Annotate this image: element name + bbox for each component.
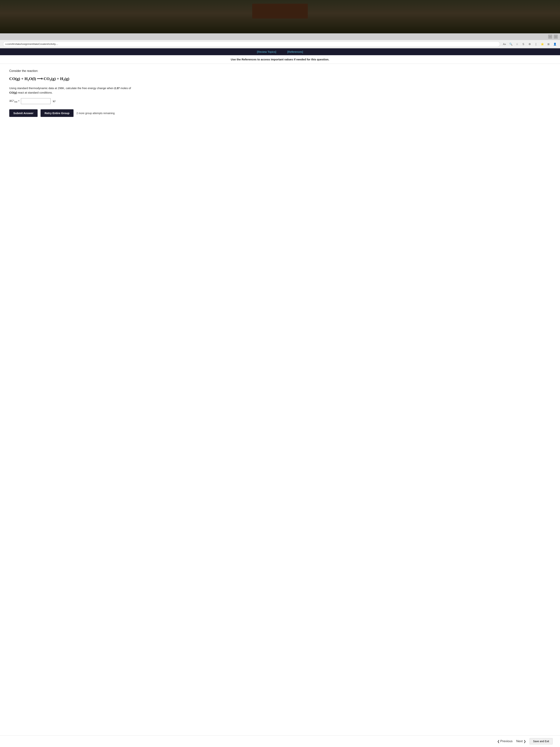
- consider-text: Consider the reaction:: [9, 69, 157, 73]
- content-area: [Review Topics] [References] Use the Ref…: [0, 48, 560, 747]
- references-notice: Use the References to access important v…: [0, 55, 560, 64]
- delta-g-row: ΔG°rxn = kJ: [9, 98, 157, 104]
- co-formula: CO(g): [9, 91, 17, 94]
- attempts-remaining-text: 2 more group attempts remaining: [77, 112, 115, 115]
- references-link[interactable]: [References]: [287, 50, 303, 53]
- tab-icon[interactable]: ⊞: [546, 42, 551, 46]
- buttons-row: Submit Answer Retry Entire Group 2 more …: [9, 109, 157, 117]
- retry-entire-group-button[interactable]: Retry Entire Group: [41, 109, 74, 117]
- settings-icon[interactable]: ⚙: [527, 42, 532, 46]
- browser-toolbar-icons: Aa 🔍 ☆ S ⚙ | ⭐ ⊞ 👤: [502, 42, 557, 46]
- maximize-button[interactable]: □: [554, 35, 558, 39]
- search-icon[interactable]: 🔍: [508, 42, 513, 46]
- moles-value: 2.37: [114, 86, 119, 90]
- browser-addressbar: v.com/ilrn/takeAssignment/takeCovalentAc…: [0, 40, 560, 48]
- browser-chrome: — □ v.com/ilrn/takeAssignment/takeCovale…: [0, 33, 560, 48]
- top-background: [0, 0, 560, 33]
- save-and-exit-button[interactable]: Save and Exit: [530, 738, 553, 744]
- minimize-button[interactable]: —: [548, 35, 552, 39]
- description-text: Using standard thermodynamic data at 298…: [9, 86, 157, 95]
- previous-chevron-icon: ❮: [497, 740, 500, 743]
- reaction-equation: CO(g) + H2O(l) ⟶ CO2(g) + H2(g): [9, 76, 157, 82]
- next-label: Next: [516, 740, 523, 743]
- delta-g-unit: kJ: [53, 100, 55, 103]
- divider-icon: |: [534, 42, 538, 46]
- delta-g-label: ΔG°rxn =: [9, 99, 20, 103]
- top-toolbar: [Review Topics] [References]: [0, 48, 560, 55]
- profile-icon[interactable]: 👤: [553, 42, 557, 46]
- question-body: Consider the reaction: CO(g) + H2O(l) ⟶ …: [0, 64, 167, 123]
- previous-button[interactable]: ❮ Previous: [497, 740, 513, 743]
- next-button[interactable]: Next ❯: [516, 740, 526, 743]
- font-size-icon[interactable]: Aa: [502, 42, 507, 46]
- address-bar[interactable]: v.com/ilrn/takeAssignment/takeCovalentAc…: [3, 41, 500, 47]
- star-icon[interactable]: ⭐: [540, 42, 544, 46]
- bottom-navigation: ❮ Previous Next ❯ Save and Exit: [0, 735, 560, 747]
- review-topics-link[interactable]: [Review Topics]: [257, 50, 276, 53]
- previous-label: Previous: [500, 740, 513, 743]
- submit-answer-button[interactable]: Submit Answer: [9, 109, 37, 117]
- delta-g-input[interactable]: [21, 98, 51, 104]
- favorites-icon[interactable]: ☆: [515, 42, 519, 46]
- next-chevron-icon: ❯: [524, 740, 526, 743]
- s-icon[interactable]: S: [521, 42, 526, 46]
- browser-titlebar: — □: [0, 33, 560, 40]
